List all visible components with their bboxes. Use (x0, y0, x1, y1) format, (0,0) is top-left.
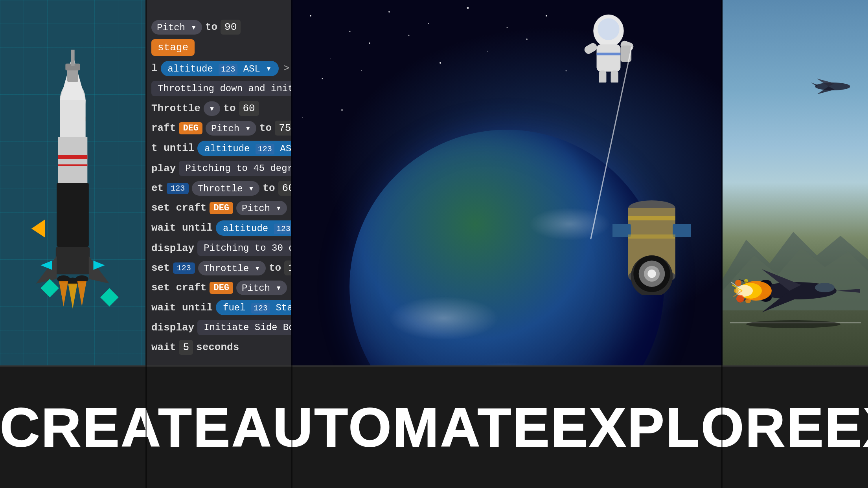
svg-rect-42 (599, 71, 606, 83)
altitude-pill-1: altitude 123 ASL ▾ (161, 61, 279, 76)
pitch-dropdown-4[interactable]: Pitch ▾ (236, 281, 287, 295)
svg-point-68 (744, 279, 748, 283)
svg-marker-15 (100, 288, 119, 306)
svg-rect-54 (612, 224, 631, 237)
code-row-display-45: play Pitching to 45 degrees (151, 161, 285, 176)
fuel-pill: fuel 123 Stage ▾ (216, 300, 291, 315)
divider-2 (291, 0, 292, 488)
throttle-dropdown-3[interactable]: Throttle ▾ (198, 261, 266, 275)
code-row-pitch-75: raft DEG Pitch ▾ to 75 (151, 121, 285, 136)
svg-point-23 (467, 7, 469, 9)
svg-point-73 (746, 320, 840, 328)
svg-point-65 (735, 280, 741, 286)
pitch-dropdown-2[interactable]: Pitch ▾ (206, 121, 256, 136)
svg-point-20 (349, 31, 351, 32)
code-row-altitude-5000: t until altitude 123 ASL ▾ > 5000 (151, 140, 285, 156)
divider-3 (721, 0, 723, 488)
svg-point-30 (526, 39, 528, 40)
svg-rect-39 (597, 44, 621, 72)
svg-point-34 (566, 70, 567, 72)
svg-point-22 (428, 23, 429, 24)
svg-point-31 (322, 78, 323, 79)
code-row-altitude-1000: l altitude 123 ASL ▾ > 1000 (151, 61, 285, 76)
rocket-svg (14, 45, 132, 320)
altitude-pill-3: altitude 123 ASL ▾ (216, 220, 291, 236)
rocket-container (0, 0, 145, 365)
display-text-gravity: Throttling down and initiating gravity t… (151, 81, 291, 96)
banner-create: CREATE (0, 396, 232, 459)
svg-rect-56 (628, 216, 675, 220)
panel-explore (291, 0, 723, 365)
panel-create (0, 0, 145, 365)
svg-rect-3 (58, 137, 88, 183)
panels-row: Pitch ▾ to 90 stage l altitude 123 ASL ▾… (0, 0, 868, 365)
pitch-pill: Pitch ▾ (151, 20, 202, 35)
banner-explore: EXPLORE (551, 396, 825, 459)
jet-svg (730, 251, 864, 330)
panel-automate: Pitch ▾ to 90 stage l altitude 123 ASL ▾… (145, 0, 291, 365)
svg-point-35 (302, 117, 303, 118)
code-row-display-30: display Pitching to 30 degrees and throt… (151, 240, 285, 256)
svg-point-26 (330, 59, 331, 59)
code-row-display-gravity: Throttling down and initiating gravity t… (151, 81, 285, 96)
satellite-svg (612, 185, 691, 295)
explosion-scene (723, 0, 868, 365)
svg-marker-11 (40, 261, 52, 270)
display-text-45: Pitching to 45 degrees (179, 161, 291, 176)
throttle-dropdown-2[interactable]: Throttle ▾ (192, 181, 259, 196)
svg-rect-6 (57, 183, 89, 247)
svg-point-66 (734, 288, 739, 293)
svg-marker-12 (94, 261, 105, 270)
num-badge-1: 123 (167, 183, 189, 194)
code-row-pitch: Pitch ▾ to 90 (151, 20, 285, 35)
svg-rect-43 (611, 71, 618, 83)
code-row-display-booster: display Initiate Side Booster Se (151, 320, 285, 335)
svg-point-32 (361, 70, 362, 71)
astronaut-svg (581, 12, 636, 83)
code-row-wait-5: wait 5 seconds (151, 340, 285, 355)
num-badge-2: 123 (173, 262, 195, 274)
deg-badge-1: DEG (179, 122, 202, 134)
svg-point-33 (440, 62, 441, 64)
svg-point-25 (546, 15, 547, 17)
display-text-30: Pitching to 30 degrees and throttlin (197, 240, 291, 256)
svg-point-36 (341, 109, 343, 111)
code-row-set-throttle-100: set 123 Throttle ▾ to 100 (151, 261, 285, 275)
svg-rect-5 (58, 164, 88, 166)
svg-rect-45 (597, 53, 621, 55)
svg-rect-18 (71, 50, 74, 66)
deg-badge-2: DEG (210, 202, 233, 214)
svg-point-24 (507, 27, 508, 28)
svg-rect-2 (60, 100, 85, 137)
divider-1 (145, 0, 147, 488)
banner-explode: EXPLODE (825, 396, 868, 459)
svg-marker-13 (31, 219, 45, 238)
display-text-booster: Initiate Side Booster Se (197, 320, 291, 335)
code-row-stage: stage (151, 39, 285, 56)
svg-rect-40 (583, 42, 598, 55)
code-row-set-pitch-30: set craft DEG Pitch ▾ to 30 (151, 280, 285, 295)
throttle-dropdown[interactable]: ▾ (204, 101, 220, 116)
svg-point-38 (598, 18, 619, 40)
svg-rect-7 (56, 247, 90, 274)
svg-point-28 (408, 35, 410, 36)
main-container: Pitch ▾ to 90 stage l altitude 123 ASL ▾… (0, 0, 868, 488)
svg-point-67 (736, 295, 744, 303)
banner-automate: AUTOMATE (232, 396, 551, 459)
svg-rect-55 (673, 224, 691, 237)
svg-point-53 (647, 270, 656, 278)
bottom-banner: CREATE AUTOMATE EXPLORE EXPLODE (0, 365, 868, 488)
code-row-fuel-stage: wait until fuel 123 Stage ▾ = 0 (151, 300, 285, 315)
svg-rect-4 (58, 155, 88, 159)
distant-jet-svg (809, 71, 856, 102)
svg-point-69 (745, 298, 751, 303)
svg-rect-57 (628, 235, 675, 239)
stage-badge: stage (151, 39, 195, 56)
pitch-dropdown-3[interactable]: Pitch ▾ (236, 201, 287, 215)
code-row-set-throttle-60: et 123 Throttle ▾ to 60 (151, 181, 285, 196)
panel-explode (723, 0, 868, 365)
code-row-set-pitch-45: set craft DEG Pitch ▾ to 45 (151, 200, 285, 215)
code-row-altitude-15000: wait until altitude 123 ASL ▾ > 15000 (151, 220, 285, 236)
code-panel: Pitch ▾ to 90 stage l altitude 123 ASL ▾… (145, 12, 291, 363)
code-row-throttle-60: Throttle ▾ to 60 (151, 101, 285, 116)
